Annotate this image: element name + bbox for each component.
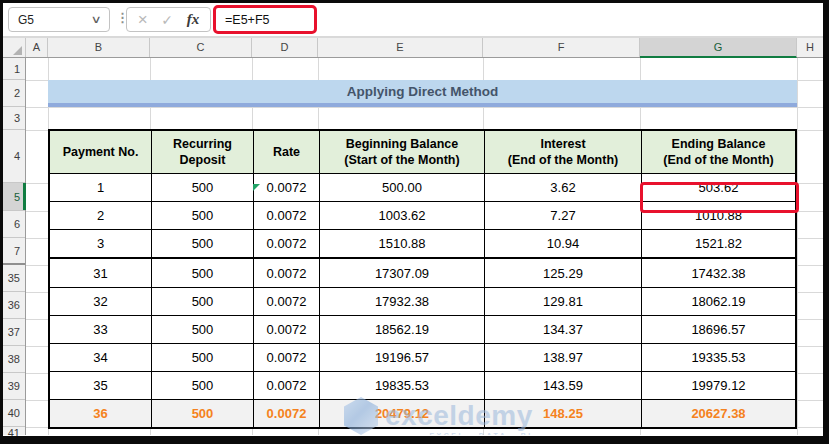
- formula-input[interactable]: =E5+F5: [213, 5, 317, 34]
- header-beginning-balance[interactable]: Beginning Balance (Start of the Month): [320, 131, 485, 173]
- header-recurring-deposit[interactable]: Recurring Deposit: [152, 131, 254, 173]
- row-header-3[interactable]: 3: [3, 107, 25, 130]
- name-box[interactable]: G5 ∨: [8, 7, 110, 32]
- row-header-5-selected[interactable]: 5: [3, 183, 25, 211]
- row-header-36[interactable]: 36: [3, 292, 25, 319]
- table-cell[interactable]: 19196.57: [320, 344, 485, 371]
- table-cell[interactable]: 1003.62: [320, 202, 485, 229]
- table-row: 35000.00721510.8810.941521.82: [50, 229, 795, 257]
- table-cell[interactable]: 31: [50, 259, 152, 287]
- table-cell[interactable]: 3: [50, 230, 152, 257]
- table-cell[interactable]: 19335.53: [642, 344, 795, 371]
- column-header-a[interactable]: A: [26, 38, 48, 57]
- table-cell[interactable]: 143.59: [485, 372, 642, 399]
- table-cell[interactable]: 17432.38: [642, 259, 795, 287]
- table-cell[interactable]: 0.0072: [254, 400, 320, 427]
- table-row: 315000.007217307.09125.2917432.38: [50, 257, 795, 287]
- select-all-corner[interactable]: [3, 38, 26, 57]
- enter-icon[interactable]: ✓: [161, 13, 173, 27]
- table-cell[interactable]: 500: [152, 202, 254, 229]
- table-cell[interactable]: 17932.38: [320, 288, 485, 315]
- column-header-d[interactable]: D: [252, 38, 318, 57]
- table-cell[interactable]: 0.0072: [254, 202, 320, 229]
- row-header-6[interactable]: 6: [3, 211, 25, 238]
- table-cell[interactable]: 0.0072: [254, 174, 320, 201]
- table-cell[interactable]: 500: [152, 174, 254, 201]
- table-cell[interactable]: 1510.88: [320, 230, 485, 257]
- column-header-b[interactable]: B: [48, 38, 150, 57]
- header-ending-balance[interactable]: Ending Balance (End of the Month): [642, 131, 795, 173]
- table-cell[interactable]: 7.27: [485, 202, 642, 229]
- table-cell[interactable]: 19835.53: [320, 372, 485, 399]
- gridline: [26, 107, 823, 108]
- table-cell[interactable]: 36: [50, 400, 152, 427]
- table-cell[interactable]: 0.0072: [254, 259, 320, 287]
- table-row: 345000.007219196.57138.9719335.53: [50, 343, 795, 371]
- excel-window: G5 ∨ ⋮ × ✓ fx =E5+F5 A B C D E F G: [3, 3, 823, 436]
- row-header-2[interactable]: 2: [3, 80, 25, 107]
- table-cell[interactable]: 2: [50, 202, 152, 229]
- table-cell[interactable]: 500: [152, 344, 254, 371]
- table-cell[interactable]: 125.29: [485, 259, 642, 287]
- table-cell[interactable]: 134.37: [485, 316, 642, 343]
- row-header-1[interactable]: 1: [3, 58, 25, 80]
- row-header-40[interactable]: 40: [3, 400, 25, 427]
- column-header-e[interactable]: E: [318, 38, 483, 57]
- table-cell[interactable]: 129.81: [485, 288, 642, 315]
- table-cell[interactable]: 500.00: [320, 174, 485, 201]
- table-cell[interactable]: 138.97: [485, 344, 642, 371]
- table-cell[interactable]: 10.94: [485, 230, 642, 257]
- header-payment-no[interactable]: Payment No.: [50, 131, 152, 173]
- error-indicator-triangle-icon: [253, 184, 260, 191]
- table-cell[interactable]: 500: [152, 316, 254, 343]
- table-cell[interactable]: 1: [50, 174, 152, 201]
- row-header-4[interactable]: 4: [3, 130, 25, 183]
- data-table: Payment No. Recurring Deposit Rate Begin…: [48, 129, 797, 429]
- table-cell[interactable]: 18562.19: [320, 316, 485, 343]
- insert-function-icon[interactable]: fx: [187, 12, 200, 27]
- table-cell[interactable]: 20627.38: [642, 400, 795, 427]
- cancel-icon[interactable]: ×: [138, 11, 148, 28]
- table-cell[interactable]: 3.62: [485, 174, 642, 201]
- table-cell[interactable]: 18062.19: [642, 288, 795, 315]
- table-cell[interactable]: 0.0072: [254, 230, 320, 257]
- gridline: [797, 58, 798, 435]
- cell-reference: G5: [18, 13, 34, 27]
- table-cell[interactable]: 20479.12: [320, 400, 485, 427]
- table-cell[interactable]: 17307.09: [320, 259, 485, 287]
- row-header-39[interactable]: 39: [3, 373, 25, 400]
- table-cell[interactable]: 19979.12: [642, 372, 795, 399]
- table-cell[interactable]: 33: [50, 316, 152, 343]
- column-header-g-selected[interactable]: G: [640, 38, 797, 58]
- table-cell[interactable]: 32: [50, 288, 152, 315]
- table-cell[interactable]: 0.0072: [254, 344, 320, 371]
- header-interest[interactable]: Interest (End of the Month): [485, 131, 642, 173]
- column-header-h[interactable]: H: [797, 38, 823, 57]
- table-cell[interactable]: 35: [50, 372, 152, 399]
- row-header-41[interactable]: 41: [3, 427, 25, 436]
- sheet-area[interactable]: Applying Direct Method Payment No. Recur…: [26, 58, 823, 435]
- row-header-7-hidden-break[interactable]: 7: [3, 238, 25, 265]
- watermark-tagline: EXCEL - DATA - BI: [429, 432, 532, 435]
- table-cell[interactable]: 0.0072: [254, 288, 320, 315]
- chevron-down-icon[interactable]: ∨: [90, 13, 101, 26]
- column-header-c[interactable]: C: [150, 38, 252, 57]
- row-header-38[interactable]: 38: [3, 346, 25, 373]
- table-cell[interactable]: 500: [152, 400, 254, 427]
- row-header-35[interactable]: 35: [3, 265, 25, 292]
- table-cell[interactable]: 1521.82: [642, 230, 795, 257]
- table-cell[interactable]: 18696.57: [642, 316, 795, 343]
- table-cell[interactable]: 0.0072: [254, 316, 320, 343]
- column-header-f[interactable]: F: [483, 38, 640, 57]
- table-cell[interactable]: 0.0072: [254, 372, 320, 399]
- table-cell[interactable]: 500: [152, 288, 254, 315]
- table-cell[interactable]: 500: [152, 372, 254, 399]
- selected-cell-highlight-box: [640, 182, 799, 213]
- table-row: 365000.007220479.12148.2520627.38: [50, 399, 795, 427]
- row-header-37[interactable]: 37: [3, 319, 25, 346]
- table-cell[interactable]: 500: [152, 230, 254, 257]
- table-cell[interactable]: 500: [152, 259, 254, 287]
- header-rate[interactable]: Rate: [254, 131, 320, 173]
- table-cell[interactable]: 34: [50, 344, 152, 371]
- table-cell[interactable]: 148.25: [485, 400, 642, 427]
